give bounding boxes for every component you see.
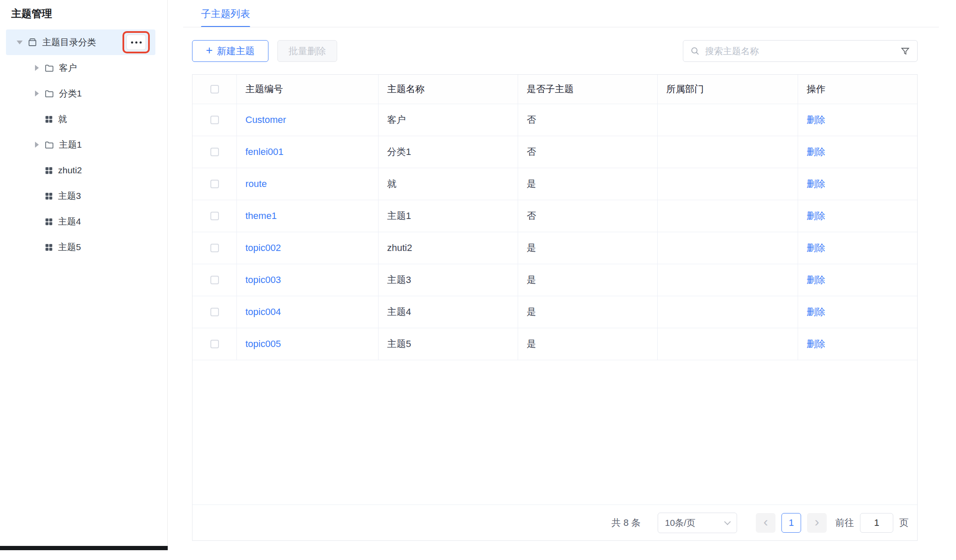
is-subtopic-cell: 否 <box>518 104 658 136</box>
tree-item-topic[interactable]: zhuti2 <box>6 158 155 183</box>
action-cell: 删除 <box>798 168 917 200</box>
action-cell: 删除 <box>798 232 917 264</box>
search-icon <box>690 46 700 56</box>
delete-link[interactable]: 删除 <box>807 210 825 222</box>
topic-code-link[interactable]: topic003 <box>245 274 281 286</box>
delete-link[interactable]: 删除 <box>807 338 825 350</box>
tree-item-folder[interactable]: 客户 <box>6 55 155 81</box>
topic-name-cell: 主题3 <box>379 264 518 296</box>
topic-code-cell: Customer <box>237 104 379 136</box>
department-cell <box>658 264 798 296</box>
sidebar: 主题管理 主题目录分类 客户分类1就主题1zhuti2主题3主题4主题5 <box>0 0 168 550</box>
tree-item-folder[interactable]: 分类1 <box>6 81 155 106</box>
page-title: 主题管理 <box>11 7 52 20</box>
department-cell <box>658 328 798 360</box>
topic-grid-icon <box>44 217 53 226</box>
topic-code-link[interactable]: fenlei001 <box>245 146 283 158</box>
caret-down-icon[interactable] <box>16 41 23 44</box>
new-topic-button[interactable]: + 新建主题 <box>192 40 268 62</box>
tree-item-label: 主题5 <box>58 241 81 253</box>
delete-link[interactable]: 删除 <box>807 306 825 318</box>
action-cell: 删除 <box>798 136 917 168</box>
delete-link[interactable]: 删除 <box>807 146 825 158</box>
is-subtopic-cell: 是 <box>518 328 658 360</box>
row-checkbox[interactable] <box>210 340 219 348</box>
topic-code-cell: route <box>237 168 379 200</box>
topic-code-cell: topic002 <box>237 232 379 264</box>
row-checkbox-cell <box>192 104 237 136</box>
tab-divider <box>183 27 939 27</box>
tree-item-topic[interactable]: 主题5 <box>6 234 155 260</box>
table-row: fenlei001分类1否删除 <box>192 136 917 168</box>
is-subtopic-cell: 否 <box>518 136 658 168</box>
search-input[interactable] <box>705 46 900 56</box>
delete-link[interactable]: 删除 <box>807 114 825 126</box>
caret-right-icon[interactable] <box>33 90 40 96</box>
caret-right-icon[interactable] <box>33 65 40 71</box>
row-checkbox[interactable] <box>210 212 219 220</box>
topic-code-link[interactable]: Customer <box>245 114 286 125</box>
topic-name-cell: 主题5 <box>379 328 518 360</box>
select-all-checkbox[interactable] <box>210 85 219 93</box>
topic-tree: 主题目录分类 客户分类1就主题1zhuti2主题3主题4主题5 <box>6 29 155 260</box>
filter-funnel-icon[interactable] <box>900 46 910 56</box>
dark-bar <box>0 546 168 550</box>
goto-page-input[interactable] <box>860 513 893 533</box>
topic-name-cell: 主题1 <box>379 200 518 232</box>
caret-right-icon[interactable] <box>33 142 40 148</box>
action-cell: 删除 <box>798 296 917 328</box>
row-checkbox[interactable] <box>210 180 219 188</box>
row-checkbox[interactable] <box>210 244 219 252</box>
tree-item-label: 就 <box>58 113 67 125</box>
topic-code-cell: topic004 <box>237 296 379 328</box>
tree-item-topic[interactable]: 就 <box>6 106 155 132</box>
goto-label: 前往 <box>835 516 854 529</box>
table-row: Customer客户否删除 <box>192 104 917 136</box>
tree-item-label: 主题4 <box>58 216 81 228</box>
select-all-cell <box>192 75 237 104</box>
tree-item-folder[interactable]: 主题1 <box>6 132 155 158</box>
department-cell <box>658 136 798 168</box>
current-page-button[interactable]: 1 <box>781 513 801 533</box>
topic-name-cell: 就 <box>379 168 518 200</box>
total-count: 共 8 条 <box>612 516 641 529</box>
tree-item-label: zhuti2 <box>58 165 82 175</box>
folder-icon <box>44 63 54 73</box>
row-checkbox-cell <box>192 296 237 328</box>
tree-item-label: 客户 <box>59 62 77 74</box>
tree-item-topic[interactable]: 主题3 <box>6 183 155 209</box>
row-checkbox[interactable] <box>210 148 219 156</box>
page-size-select[interactable]: 10条/页 <box>658 513 737 533</box>
topic-code-link[interactable]: theme1 <box>245 210 277 222</box>
is-subtopic-cell: 是 <box>518 232 658 264</box>
row-checkbox[interactable] <box>210 308 219 316</box>
topic-code-link[interactable]: topic004 <box>245 306 281 318</box>
tree-item-root[interactable]: 主题目录分类 <box>6 29 155 55</box>
more-button[interactable] <box>126 35 146 50</box>
topic-code-link[interactable]: topic005 <box>245 338 281 350</box>
topic-code-link[interactable]: route <box>245 178 267 190</box>
topic-grid-icon <box>44 166 53 175</box>
column-header: 主题名称 <box>379 75 518 104</box>
batch-delete-button[interactable]: 批量删除 <box>277 40 337 62</box>
next-page-button[interactable]: › <box>807 513 827 533</box>
topic-code-link[interactable]: topic002 <box>245 242 281 254</box>
tree-item-label: 主题目录分类 <box>42 36 96 48</box>
tree-item-topic[interactable]: 主题4 <box>6 209 155 234</box>
prev-page-button[interactable]: ‹ <box>756 513 775 533</box>
row-checkbox[interactable] <box>210 276 219 284</box>
column-header: 操作 <box>798 75 917 104</box>
delete-link[interactable]: 删除 <box>807 178 825 190</box>
row-checkbox[interactable] <box>210 116 219 124</box>
topic-grid-icon <box>44 115 53 124</box>
search-box[interactable] <box>683 40 918 62</box>
plus-icon: + <box>206 44 213 57</box>
topic-name-cell: 客户 <box>379 104 518 136</box>
tab-subtopic-list[interactable]: 子主题列表 <box>201 0 250 27</box>
department-cell <box>658 296 798 328</box>
row-checkbox-cell <box>192 136 237 168</box>
column-header: 是否子主题 <box>518 75 658 104</box>
delete-link[interactable]: 删除 <box>807 242 825 254</box>
delete-link[interactable]: 删除 <box>807 274 825 286</box>
table-header-row: 主题编号主题名称是否子主题所属部门操作 <box>192 75 917 104</box>
